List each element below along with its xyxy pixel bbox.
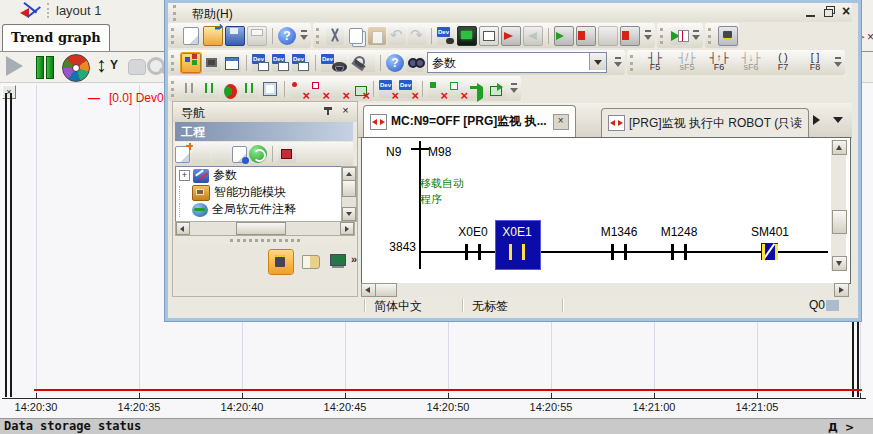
timer-change-icon[interactable] <box>330 80 348 98</box>
monitor-run-icon[interactable] <box>221 80 239 98</box>
play-icon[interactable] <box>3 55 27 79</box>
tree-expand-icon[interactable]: + <box>179 170 190 181</box>
work-window-icon[interactable] <box>223 54 241 72</box>
tab-trend-graph[interactable]: Trend graph <box>2 24 110 51</box>
tab-close-icon[interactable]: × <box>553 114 569 130</box>
ladder-symbol-f5-button[interactable]: ┤├F5 <box>640 52 670 74</box>
cut-icon[interactable] <box>326 27 344 45</box>
ladder-vertical-scrollbar[interactable] <box>831 140 846 271</box>
pin-icon[interactable] <box>323 106 334 117</box>
device-label-m1346[interactable]: M1346 <box>599 225 639 239</box>
dev-watch-icon[interactable] <box>321 54 347 72</box>
pause-icon[interactable] <box>33 55 57 79</box>
project-view-button[interactable] <box>269 250 293 274</box>
tree-item-parameter[interactable]: +参数 <box>176 167 342 184</box>
dev-monitor-icon[interactable] <box>437 27 455 45</box>
tree-vertical-scrollbar[interactable] <box>341 166 357 222</box>
system-monitor-icon[interactable] <box>620 26 640 46</box>
device-label-x0e1[interactable]: X0E1 <box>497 225 537 239</box>
read-plc-icon[interactable] <box>523 26 543 46</box>
ladder-symbol-sf5-button[interactable]: ┤/├sF5 <box>672 52 702 74</box>
save-icon[interactable] <box>225 26 245 46</box>
restore-icon[interactable] <box>822 5 837 19</box>
device-label-m1248[interactable]: M1248 <box>659 225 699 239</box>
toolbar-overflow-icon[interactable] <box>833 53 844 73</box>
ladder-symbol-f8-button[interactable]: [ ]F8 <box>800 52 830 74</box>
copy-icon[interactable] <box>349 28 363 44</box>
toolbar-grip[interactable] <box>173 5 179 21</box>
y-scale-icon[interactable] <box>95 55 119 79</box>
tab-close-icon[interactable]: × <box>867 30 873 44</box>
find-device-icon[interactable] <box>349 54 375 72</box>
ladder-symbol-f7-button[interactable]: ( )F7 <box>768 52 798 74</box>
print-icon[interactable] <box>247 26 267 46</box>
watch-mode-icon[interactable] <box>479 26 499 46</box>
user-library-button[interactable] <box>299 250 323 274</box>
read-plc2-icon[interactable] <box>598 26 618 46</box>
ladder-canvas[interactable]: N9 M98 移载自动 程序 3843 X0E0X0E1M1346M1248SM… <box>361 137 851 284</box>
module-config-icon[interactable] <box>203 54 221 72</box>
forced-off-icon[interactable] <box>448 80 466 98</box>
device-combo[interactable]: 参数 <box>427 52 607 73</box>
tree-item-global-comment[interactable]: 全局软元件注释 <box>176 201 342 218</box>
device-label-sm401[interactable]: SM401 <box>750 225 790 239</box>
toolbar-grip[interactable] <box>630 55 636 71</box>
device-test-word-icon[interactable] <box>310 80 328 98</box>
item-info-icon[interactable] <box>232 146 247 163</box>
monitor-pause-icon[interactable] <box>201 80 219 98</box>
dev-table-icon[interactable] <box>272 54 290 72</box>
paste-item-icon[interactable] <box>212 145 230 163</box>
toolbar-grip[interactable] <box>171 81 177 97</box>
toolbar-grip[interactable] <box>171 55 177 71</box>
ladder-horizontal-scrollbar[interactable] <box>361 283 849 297</box>
toolbar-overflow-icon[interactable] <box>643 26 654 46</box>
write-plc-icon[interactable] <box>501 26 521 46</box>
more-buttons-icon[interactable]: » <box>351 253 357 265</box>
tree-horizontal-scrollbar[interactable] <box>175 221 355 236</box>
refresh-icon[interactable] <box>249 145 267 163</box>
dev-current-icon[interactable] <box>379 80 397 98</box>
monitor-stop-icon[interactable] <box>181 80 199 98</box>
device-label-x0e0[interactable]: X0E0 <box>453 225 493 239</box>
tab-mc-n9-monitor[interactable]: MC:N9=OFF [PRG]监视 执... × <box>363 105 576 137</box>
new-icon[interactable] <box>183 27 199 45</box>
dev-comment-icon[interactable] <box>252 54 270 72</box>
connection-destination-button[interactable] <box>327 250 351 274</box>
help-icon[interactable] <box>278 27 296 45</box>
graph-tool-icon[interactable] <box>20 1 44 19</box>
navigation-caption[interactable]: 导航 × <box>173 102 357 122</box>
monitor-step-icon[interactable] <box>241 80 259 98</box>
verify-plc-icon[interactable] <box>554 26 574 46</box>
undo-icon[interactable] <box>388 27 406 45</box>
panel-splitter[interactable] <box>175 236 353 244</box>
new-item-icon[interactable] <box>175 146 190 163</box>
watch-options-icon[interactable] <box>261 80 279 98</box>
toolbar-grip[interactable] <box>316 28 322 44</box>
tab-prg-monitor-robot[interactable]: [PRG]监视 执行中 ROBOT (只读 <box>601 108 809 137</box>
device-test-bit-icon[interactable] <box>290 80 308 98</box>
scan-exec-icon[interactable] <box>468 80 486 98</box>
redo-icon[interactable] <box>408 27 426 45</box>
remote-operation-icon[interactable] <box>718 26 738 46</box>
ladder-symbol-f6-button[interactable]: ┤↑├F6 <box>704 52 734 74</box>
color-wheel-icon[interactable] <box>62 54 90 82</box>
project-view-icon[interactable] <box>181 53 201 73</box>
tab-scroll-right-icon[interactable] <box>813 115 820 125</box>
toolbar-overflow-icon[interactable] <box>299 26 310 46</box>
open-icon[interactable] <box>203 26 223 46</box>
paste-icon[interactable] <box>368 27 386 45</box>
toolbar-overflow-icon[interactable] <box>691 26 702 46</box>
panel-close-icon[interactable]: × <box>339 104 352 117</box>
dev-register-icon[interactable] <box>399 80 417 98</box>
monitor-mode-icon[interactable] <box>457 26 477 46</box>
dev-batch-icon[interactable] <box>292 54 310 72</box>
help2-icon[interactable] <box>386 54 404 72</box>
forced-on-icon[interactable] <box>428 80 446 98</box>
minimize-icon[interactable] <box>804 5 819 19</box>
display-mode-icon[interactable] <box>278 145 296 163</box>
monitor-start-icon[interactable] <box>670 27 688 45</box>
toolbar-grip[interactable] <box>708 28 714 44</box>
plc-diagnostics-icon[interactable] <box>576 26 596 46</box>
toolbar-overflow-icon[interactable] <box>613 53 624 73</box>
copy-item-icon[interactable] <box>192 145 210 163</box>
